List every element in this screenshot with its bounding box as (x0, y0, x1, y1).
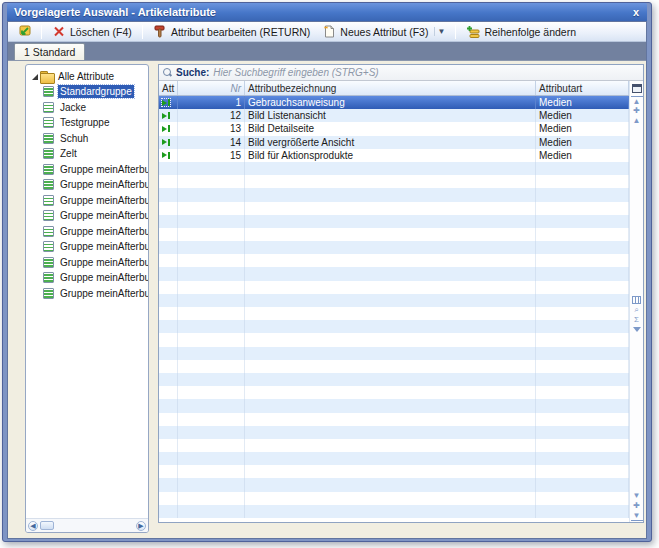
delete-button[interactable]: Löschen (F4) (47, 22, 137, 41)
grid-row[interactable]: 14Bild vergrößerte AnsichtMedien (159, 136, 629, 149)
 (245, 373, 536, 386)
grid-empty-row[interactable] (159, 465, 629, 478)
expand-collapse-icon[interactable] (30, 74, 39, 80)
grid-empty-row[interactable] (159, 202, 629, 215)
 (178, 399, 245, 412)
close-button[interactable]: x (631, 6, 641, 18)
grid-empty-row[interactable] (159, 452, 629, 465)
grid-empty-row[interactable] (159, 347, 629, 360)
grid-empty-row[interactable] (159, 307, 629, 320)
tree-item[interactable]: Gruppe meinAfterbuy ART00076 (30, 208, 146, 224)
 (178, 439, 245, 452)
column-header-attributbezeichnung[interactable]: Attributbezeichnung (245, 81, 536, 95)
attributart-cell: Medien (536, 109, 629, 122)
grid-empty-row[interactable] (159, 175, 629, 188)
 (159, 465, 178, 478)
grid-empty-row[interactable] (159, 360, 629, 373)
tree-item[interactable]: Testgruppe (30, 115, 146, 131)
grid-empty-row[interactable] (159, 294, 629, 307)
 (245, 254, 536, 267)
grid-empty-row[interactable] (159, 162, 629, 175)
grid-empty-row[interactable] (159, 241, 629, 254)
tree-item[interactable]: Gruppe meinAfterbuy ART00081 (30, 270, 146, 286)
tree-item[interactable]: Gruppe meinAfterbuy ART00078 (30, 224, 146, 240)
grid-row[interactable]: 15Bild für AktionsprodukteMedien (159, 149, 629, 162)
tree-item[interactable]: Zelt (30, 146, 146, 162)
grid-empty-row[interactable] (159, 492, 629, 505)
tree-item-label: Testgruppe (58, 116, 111, 129)
find-icon[interactable]: ⌕ (631, 305, 643, 315)
titlebar[interactable]: Vorgelagerte Auswahl - Artikelattribute … (7, 3, 647, 21)
scroll-right-icon[interactable]: ▶ (136, 521, 146, 531)
move-up-icon[interactable]: ✚ (631, 106, 643, 116)
move-down-icon[interactable]: ✚ (631, 501, 643, 511)
columns-icon[interactable] (632, 296, 641, 304)
grid-empty-row[interactable] (159, 215, 629, 228)
grid-empty-row[interactable] (159, 426, 629, 439)
grid-row[interactable]: 13Bild DetailseiteMedien (159, 122, 629, 135)
column-header-att[interactable]: Att (159, 81, 178, 95)
tree-item[interactable]: Schuh (30, 131, 146, 147)
tree-item[interactable]: Gruppe meinAfterbuy ART00079 (30, 239, 146, 255)
 (159, 413, 178, 426)
sum-icon[interactable]: Σ (631, 315, 643, 325)
tree-item[interactable]: Gruppe meinAfterbuy ART00073 (30, 162, 146, 178)
content-area: Alle Attribute StandardgruppeJackeTestgr… (8, 61, 646, 538)
tree-item[interactable]: Gruppe meinAfterbuy ART00082 (30, 286, 146, 302)
grid-empty-row[interactable] (159, 228, 629, 241)
tree-item[interactable]: Jacke (30, 100, 146, 116)
tab-1-standard[interactable]: 1 Standard (14, 43, 85, 60)
grid-empty-row[interactable] (159, 267, 629, 280)
 (159, 228, 178, 241)
grid-empty-row[interactable] (159, 399, 629, 412)
grid-row[interactable]: 1GebrauchsanweisungMedien (159, 96, 629, 109)
hammer-icon (153, 25, 167, 38)
apply-button[interactable] (12, 22, 36, 41)
grid-empty-row[interactable] (159, 386, 629, 399)
 (159, 452, 178, 465)
tree-item[interactable]: Gruppe meinAfterbuy ART00074 (30, 177, 146, 193)
grid-empty-row[interactable] (159, 254, 629, 267)
 (159, 505, 178, 518)
grid-empty-row[interactable] (159, 373, 629, 386)
tree-item-label: Standardgruppe (58, 85, 134, 98)
scrollbar-thumb[interactable] (40, 521, 54, 530)
reorder-button[interactable]: Reihenfolge ändern (461, 22, 581, 41)
tree-item[interactable]: Standardgruppe (30, 84, 146, 100)
 (245, 333, 536, 346)
column-chooser-icon[interactable] (632, 84, 642, 93)
scroll-left-icon[interactable]: ◀ (28, 521, 38, 531)
grid-empty-row[interactable] (159, 478, 629, 491)
filter-icon[interactable] (633, 327, 641, 332)
 (245, 162, 536, 175)
grid-empty-row[interactable] (159, 281, 629, 294)
scroll-to-top-icon[interactable]: ▲ (631, 96, 643, 106)
grid-empty-row[interactable] (159, 333, 629, 346)
attributbezeichnung-cell: Bild Detailseite (245, 122, 536, 135)
toolbar-separator (142, 25, 143, 39)
grid-empty-row[interactable] (159, 439, 629, 452)
grid-empty-row[interactable] (159, 320, 629, 333)
grid-empty-row[interactable] (159, 505, 629, 518)
grid-empty-row[interactable] (159, 188, 629, 201)
search-input[interactable]: Hier Suchbegriff eingeben (STRG+S) (213, 67, 378, 78)
new-attribute-dropdown-arrow[interactable]: ▼ (434, 27, 445, 36)
tree-horizontal-scrollbar[interactable]: ◀ ▶ (26, 518, 148, 532)
tab-strip: 1 Standard (8, 42, 646, 61)
grid-empty-row[interactable] (159, 413, 629, 426)
 (536, 188, 629, 201)
grid-search-bar[interactable]: Suche: Hier Suchbegriff eingeben (STRG+S… (159, 65, 643, 81)
column-header-nr[interactable]: Nr (178, 81, 245, 95)
tree-item[interactable]: Gruppe meinAfterbuy ART00080 (30, 255, 146, 271)
grid-row[interactable]: 12Bild ListenansichtMedien (159, 109, 629, 122)
edit-attribute-button[interactable]: Attribut bearbeiten (RETURN) (148, 22, 315, 41)
tree-item[interactable]: Gruppe meinAfterbuy ART00075 (30, 193, 146, 209)
scroll-down-icon[interactable]: ▼ (631, 491, 643, 501)
new-attribute-button[interactable]: Neues Attribut (F3) ▼ (317, 22, 450, 41)
tree-root[interactable]: Alle Attribute (30, 69, 146, 84)
column-header-attributart[interactable]: Attributart (536, 81, 629, 95)
 (536, 465, 629, 478)
attribute-group-icon (43, 86, 54, 97)
scroll-up-icon[interactable]: ▲ (631, 116, 643, 126)
scroll-to-bottom-icon[interactable]: ▼ (631, 511, 643, 521)
